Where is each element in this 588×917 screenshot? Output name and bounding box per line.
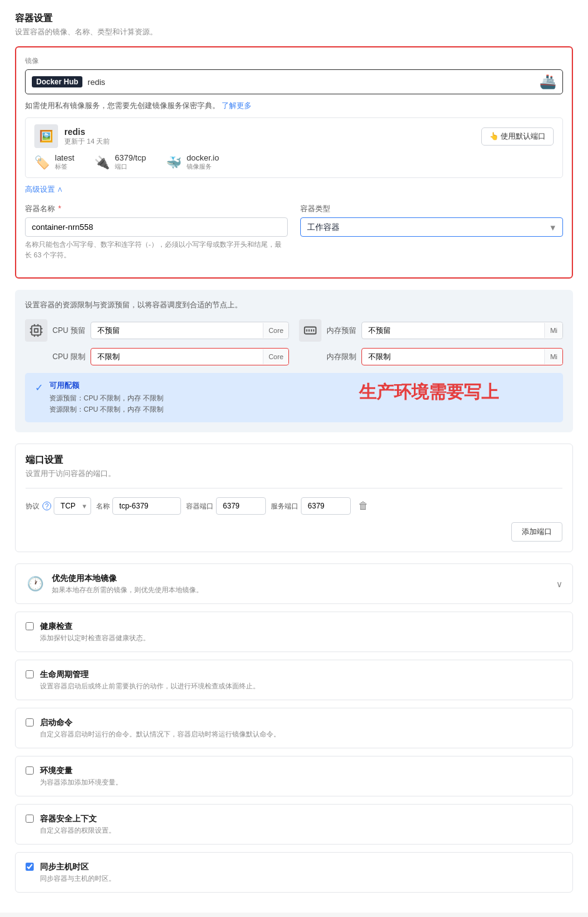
protocol-info-icon: ? — [42, 502, 51, 510]
security-context-title: 容器安全上下文 — [40, 813, 115, 825]
ship-icon: 🚢 — [539, 74, 556, 90]
image-search-bar: Docker Hub 🚢 — [25, 69, 563, 94]
container-name-label: 容器名称 * — [25, 204, 288, 214]
mem-reserve-label: 内存预留 — [326, 325, 356, 336]
avail-text: 可用配额 资源预留：CPU 不限制，内存 不限制 资源限制：CPU 不限制，内存… — [49, 380, 298, 415]
port-label: 端口 — [115, 162, 146, 171]
service-port-field: 服务端口 — [271, 497, 351, 515]
available-config-banner: ✓ 可用配额 资源预留：CPU 不限制，内存 不限制 资源限制：CPU 不限制，… — [25, 373, 563, 422]
cpu-limit-unit: Core — [263, 349, 288, 364]
local-mirror-title: 优先使用本地镜像 — [52, 573, 549, 584]
protocol-select[interactable]: TCP — [54, 497, 91, 515]
cpu-reserve-unit: Core — [263, 323, 288, 338]
lifecycle-checkbox[interactable] — [26, 670, 34, 678]
port-section: 端口设置 设置用于访问容器的端口。 协议 ? TCP ▼ 名称 — [15, 444, 573, 552]
container-name-hint: 名称只能包含小写字母、数字和连字符（-），必须以小写字母或数字开头和结尾，最长 … — [25, 239, 288, 260]
protocol-label: 协议 ? — [26, 502, 51, 511]
startup-cmd-desc: 自定义容器启动时运行的命令。默认情况下，容器启动时将运行镜像默认命令。 — [40, 730, 280, 739]
use-default-port-button[interactable]: 👆 使用默认端口 — [481, 127, 554, 146]
port-section-title: 端口设置 — [26, 454, 562, 466]
container-name-input[interactable] — [25, 217, 288, 237]
container-port-label: 容器端口 — [186, 502, 213, 511]
env-vars-title: 环境变量 — [40, 765, 122, 776]
lifecycle-section: 生命周期管理 设置容器启动后或终止前需要执行的动作，以进行环境检查或体面终止。 — [15, 660, 573, 700]
container-port-field: 容器端口 — [186, 497, 266, 515]
mem-reserve-row: 内存预留 Mi — [299, 319, 563, 342]
image-meta-port: 🔌 6379/tcp 端口 — [94, 153, 146, 171]
image-result-header: 🖼️ redis 更新于 14 天前 👆 使用默认端口 — [34, 124, 554, 148]
image-info-note: 如需使用私有镜像服务，您需要先创建镜像服务保密字典。 了解更多 — [25, 101, 563, 111]
mem-limit-row: 内存限制 Mi — [299, 348, 563, 365]
registry-icon: 🐳 — [166, 155, 182, 170]
container-port-input[interactable] — [216, 497, 266, 515]
health-check-checkbox[interactable] — [26, 622, 34, 630]
cpu-limit-input[interactable] — [91, 349, 263, 365]
lifecycle-desc: 设置容器启动后或终止前需要执行的动作，以进行环境检查或体面终止。 — [40, 682, 260, 691]
registry-label: 镜像服务 — [187, 162, 219, 171]
startup-cmd-checkbox[interactable] — [26, 718, 34, 726]
avail-title: 可用配额 — [49, 380, 298, 391]
mem-icon — [299, 319, 321, 342]
container-name-group: 容器名称 * 名称只能包含小写字母、数字和连字符（-），必须以小写字母或数字开头… — [25, 204, 288, 260]
env-vars-section: 环境变量 为容器添加添加环境变量。 — [15, 756, 573, 796]
health-check-desc: 添加探针以定时检查容器健康状态。 — [40, 633, 150, 643]
sync-timezone-desc: 同步容器与主机的时区。 — [40, 874, 115, 883]
env-vars-checkbox[interactable] — [26, 766, 34, 775]
image-meta-tag: 🏷️ latest 标签 — [34, 153, 74, 171]
chevron-down-icon: ∨ — [556, 579, 562, 589]
service-port-input[interactable] — [301, 497, 351, 515]
mem-reserve-input-wrap: Mi — [361, 322, 563, 339]
container-type-select-wrapper: 工作容器 ▼ — [300, 217, 563, 237]
add-port-button[interactable]: 添加端口 — [511, 522, 562, 542]
image-section: 镜像 Docker Hub 🚢 如需使用私有镜像服务，您需要先创建镜像服务保密字… — [15, 46, 573, 279]
port-row: 协议 ? TCP ▼ 名称 容器端口 服务端口 — [26, 497, 562, 515]
tag-label: 标签 — [55, 162, 74, 171]
mem-limit-input-wrap: Mi — [361, 348, 563, 365]
container-type-label: 容器类型 — [300, 204, 563, 214]
svg-rect-1 — [34, 329, 38, 332]
image-meta-registry: 🐳 docker.io 镜像服务 — [166, 153, 219, 171]
page-header: 容器设置 设置容器的镜像、名称、类型和计算资源。 — [15, 12, 573, 37]
cpu-limit-input-wrap: Core — [91, 348, 289, 365]
protocol-field: 协议 ? TCP ▼ — [26, 497, 91, 515]
cpu-reserve-input[interactable] — [91, 322, 263, 339]
port-name-label: 名称 — [96, 502, 110, 511]
clock-icon: 🕐 — [26, 576, 44, 592]
docker-hub-badge[interactable]: Docker Hub — [32, 76, 82, 87]
container-type-group: 容器类型 工作容器 ▼ — [300, 204, 563, 260]
sync-timezone-section: 同步主机时区 同步容器与主机的时区。 — [15, 852, 573, 893]
port-name-input[interactable] — [112, 497, 181, 515]
avail-desc2: 资源限制：CPU 不限制，内存 不限制 — [49, 404, 298, 415]
local-mirror-header[interactable]: 🕐 优先使用本地镜像 如果本地存在所需的镜像，则优先使用本地镜像。 ∨ — [16, 564, 572, 603]
protocol-select-wrap: TCP ▼ — [54, 497, 91, 515]
image-thumbnail: 🖼️ — [34, 124, 58, 148]
health-check-title: 健康检查 — [40, 621, 150, 632]
container-type-select[interactable]: 工作容器 — [300, 217, 563, 237]
env-vars-desc: 为容器添加添加环境变量。 — [40, 778, 122, 787]
page-title: 容器设置 — [15, 12, 573, 24]
image-search-input[interactable] — [87, 77, 534, 87]
delete-port-button[interactable]: 🗑 — [356, 498, 371, 514]
cpu-reserve-input-wrap: Core — [91, 322, 289, 339]
sync-timezone-title: 同步主机时区 — [40, 861, 115, 873]
resource-note: 设置容器的资源限制与资源预留，以将容器调度到合适的节点上。 — [25, 300, 563, 310]
learn-more-link[interactable]: 了解更多 — [222, 101, 252, 110]
page-subtitle: 设置容器的镜像、名称、类型和计算资源。 — [15, 27, 573, 37]
container-form-row: 容器名称 * 名称只能包含小写字母、数字和连字符（-），必须以小写字母或数字开头… — [25, 204, 563, 260]
cpu-limit-row: CPU 限制 Core — [25, 348, 289, 365]
security-context-section: 容器安全上下文 自定义容器的权限设置。 — [15, 804, 573, 845]
startup-cmd-section: 启动命令 自定义容器启动时运行的命令。默认情况下，容器启动时将运行镜像默认命令。 — [15, 708, 573, 748]
image-label: 镜像 — [25, 56, 563, 66]
mem-reserve-input[interactable] — [362, 322, 544, 339]
sync-timezone-checkbox[interactable] — [26, 863, 34, 871]
advanced-settings-toggle[interactable]: 高级设置 ∧ — [25, 184, 563, 195]
image-name: redis — [64, 127, 110, 137]
local-mirror-section: 🕐 优先使用本地镜像 如果本地存在所需的镜像，则优先使用本地镜像。 ∨ — [15, 563, 573, 604]
resource-section: 设置容器的资源限制与资源预留，以将容器调度到合适的节点上。 — [15, 290, 573, 432]
mem-limit-input[interactable] — [362, 349, 544, 365]
mem-reserve-unit: Mi — [544, 323, 562, 338]
local-mirror-desc: 如果本地存在所需的镜像，则优先使用本地镜像。 — [52, 585, 549, 595]
tag-value: latest — [55, 153, 74, 162]
security-context-checkbox[interactable] — [26, 815, 34, 823]
port-name-field: 名称 — [96, 497, 181, 515]
